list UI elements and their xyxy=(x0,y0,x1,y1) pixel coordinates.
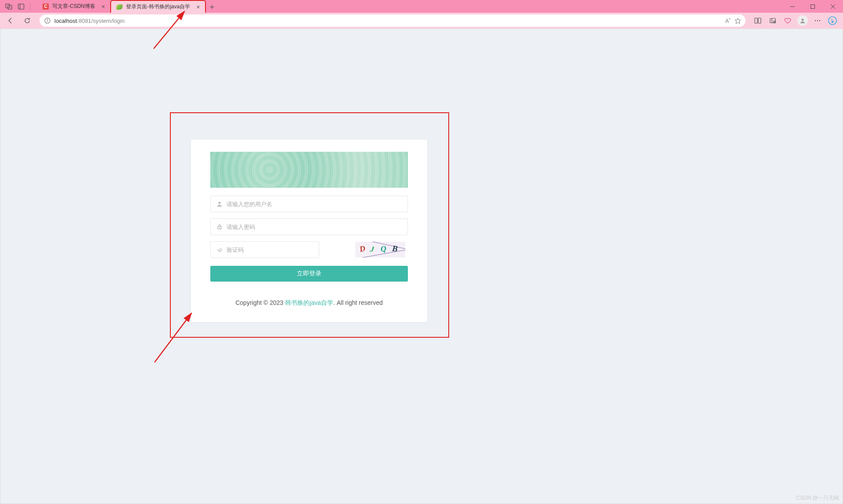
svg-rect-25 xyxy=(218,226,221,229)
tab-strip: C 写文章-CSDN博客 × 登录页面-韩书焕的java自学 × ＋ xyxy=(37,0,218,13)
username-input[interactable] xyxy=(210,196,408,212)
bing-icon[interactable] xyxy=(825,14,839,28)
svg-point-22 xyxy=(819,20,820,21)
login-card: D J Q B 立即登录 Copyright © 2023 韩书焕的java自学… xyxy=(191,139,427,322)
svg-rect-2 xyxy=(18,4,24,9)
svg-rect-12 xyxy=(755,18,757,23)
svg-point-19 xyxy=(802,19,804,21)
footer-text: Copyright © 2023 韩书焕的java自学. All right r… xyxy=(210,299,408,307)
window-controls xyxy=(782,0,843,13)
info-icon[interactable] xyxy=(44,17,51,24)
back-button[interactable] xyxy=(4,14,18,28)
tab-login-page[interactable]: 登录页面-韩书焕的java自学 × xyxy=(110,0,206,13)
favicon-leaf-icon xyxy=(116,4,122,10)
svg-point-21 xyxy=(817,20,818,21)
svg-line-28 xyxy=(155,313,191,362)
reading-list-icon[interactable] xyxy=(751,14,765,28)
svg-point-20 xyxy=(815,20,816,21)
banner-image xyxy=(210,152,408,188)
tab-label: 登录页面-韩书焕的java自学 xyxy=(126,3,190,11)
maximize-button[interactable] xyxy=(803,0,823,13)
browser-toolbar: localhost:8081/system/login Aᴺ xyxy=(0,13,843,29)
page-viewport: D J Q B 立即登录 Copyright © 2023 韩书焕的java自学… xyxy=(0,29,843,504)
tab-csdn[interactable]: C 写文章-CSDN博客 × xyxy=(37,0,110,13)
watermark: CSDN @一只无蝎 xyxy=(796,494,839,502)
username-group xyxy=(210,196,408,212)
window-title-bar: C 写文章-CSDN博客 × 登录页面-韩书焕的java自学 × ＋ xyxy=(0,0,843,13)
tab-label: 写文章-CSDN博客 xyxy=(52,3,95,10)
login-button[interactable]: 立即登录 xyxy=(210,266,408,282)
new-tab-button[interactable]: ＋ xyxy=(206,0,218,13)
captcha-input[interactable] xyxy=(210,241,319,258)
close-icon[interactable]: × xyxy=(101,3,105,10)
svg-point-24 xyxy=(219,202,221,204)
profile-button[interactable] xyxy=(796,14,810,28)
footer-link[interactable]: 韩书焕的java自学 xyxy=(285,299,333,306)
heart-icon[interactable] xyxy=(781,14,795,28)
more-menu-icon[interactable] xyxy=(811,14,825,28)
favorite-icon[interactable] xyxy=(734,17,741,24)
password-group xyxy=(210,218,408,235)
address-bar[interactable]: localhost:8081/system/login Aᴺ xyxy=(40,14,746,27)
close-icon[interactable]: × xyxy=(196,4,200,11)
sidebar-icon[interactable] xyxy=(18,3,25,10)
collections-icon[interactable] xyxy=(766,14,780,28)
close-button[interactable] xyxy=(823,0,843,13)
password-input[interactable] xyxy=(210,218,408,235)
title-bar-left xyxy=(0,3,36,11)
svg-point-23 xyxy=(829,17,836,25)
lock-icon xyxy=(216,224,223,230)
favicon-csdn: C xyxy=(43,4,49,10)
refresh-button[interactable] xyxy=(20,14,34,28)
minimize-button[interactable] xyxy=(782,0,803,13)
svg-rect-13 xyxy=(758,18,761,23)
svg-point-10 xyxy=(47,19,48,20)
svg-marker-11 xyxy=(735,18,741,24)
svg-rect-5 xyxy=(811,4,815,8)
captcha-row: D J Q B xyxy=(210,241,408,258)
separator xyxy=(30,3,30,11)
check-icon xyxy=(216,247,223,253)
workspace-icon[interactable] xyxy=(5,3,12,10)
captcha-image[interactable]: D J Q B xyxy=(355,242,405,257)
font-size-icon[interactable]: Aᴺ xyxy=(725,18,731,24)
user-icon xyxy=(216,201,223,207)
url-text: localhost:8081/system/login xyxy=(54,18,125,24)
